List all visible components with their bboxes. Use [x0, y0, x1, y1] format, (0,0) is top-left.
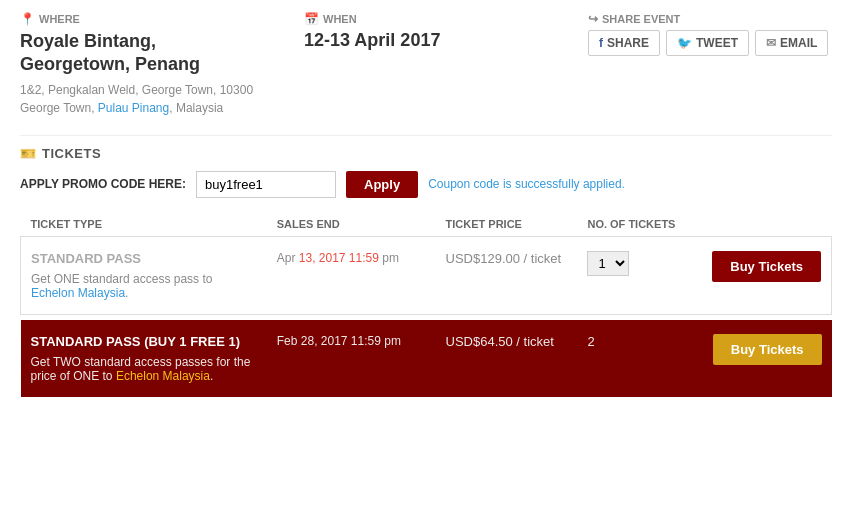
coupon-success-message: Coupon code is successfully applied.	[428, 177, 625, 191]
pin-icon: 📍	[20, 12, 35, 26]
promo-pass-buy-button[interactable]: Buy Tickets	[713, 334, 822, 365]
share-arrow-icon: ↪	[588, 12, 598, 26]
promo-label: APPLY PROMO CODE HERE:	[20, 177, 186, 191]
where-label: 📍 WHERE	[20, 12, 264, 26]
standard-pass-buy-cell: Buy Tickets	[702, 236, 831, 314]
email-share-button[interactable]: ✉ EMAIL	[755, 30, 828, 56]
email-icon: ✉	[766, 36, 776, 50]
facebook-icon: f	[599, 36, 603, 50]
promo-code-input[interactable]	[196, 171, 336, 198]
twitter-icon: 🐦	[677, 36, 692, 50]
promo-pass-buy-cell: Buy Tickets	[702, 320, 831, 397]
col-sales-end: SALES END	[267, 212, 436, 237]
promo-pass-sales-end: Feb 28, 2017 11:59 pm	[277, 334, 426, 348]
standard-pass-date-highlight: 13, 2017 11:59	[299, 251, 379, 265]
divider	[20, 135, 832, 136]
promo-pass-name: STANDARD PASS (BUY 1 FREE 1)	[31, 334, 257, 349]
tickets-table: TICKET TYPE SALES END TICKET PRICE NO. O…	[20, 212, 832, 398]
tickets-header: 🎫 TICKETS	[20, 146, 832, 161]
promo-pass-price-cell: USD$64.50 / ticket	[436, 320, 578, 397]
standard-pass-price-cell: USD$129.00 / ticket	[436, 236, 578, 314]
ticket-icon: 🎫	[20, 146, 36, 161]
standard-pass-buy-button[interactable]: Buy Tickets	[712, 251, 821, 282]
standard-pass-price: USD$129.00 / ticket	[446, 251, 568, 266]
col-no-of-tickets: NO. OF TICKETS	[577, 212, 702, 237]
echelon-link-promo[interactable]: Echelon Malaysia	[116, 369, 210, 383]
standard-pass-sales-end: Apr 13, 2017 11:59 pm	[277, 251, 426, 265]
standard-pass-qty-cell: 1 2 3 4	[577, 236, 702, 314]
table-header: TICKET TYPE SALES END TICKET PRICE NO. O…	[21, 212, 832, 237]
standard-pass-sales-end-cell: Apr 13, 2017 11:59 pm	[267, 236, 436, 314]
standard-pass-type-cell: STANDARD PASS Get ONE standard access pa…	[21, 236, 267, 314]
standard-pass-qty-select[interactable]: 1 2 3 4	[587, 251, 629, 276]
promo-pass-qty: 2	[587, 334, 594, 349]
venue-address: 1&2, Pengkalan Weld, George Town, 10300 …	[20, 81, 264, 117]
share-label: ↪ SHARE EVENT	[588, 12, 832, 26]
promo-pass-sales-end-cell: Feb 28, 2017 11:59 pm	[267, 320, 436, 397]
share-buttons: f SHARE 🐦 TWEET ✉ EMAIL	[588, 30, 832, 56]
promo-pass-description: Get TWO standard access passes for the p…	[31, 355, 257, 383]
apply-promo-button[interactable]: Apply	[346, 171, 418, 198]
standard-pass-name: STANDARD PASS	[31, 251, 257, 266]
standard-pass-description: Get ONE standard access pass to Echelon …	[31, 272, 257, 300]
promo-pass-row: STANDARD PASS (BUY 1 FREE 1) Get TWO sta…	[21, 320, 832, 397]
col-ticket-price: TICKET PRICE	[436, 212, 578, 237]
venue-address-line2: George Town, Pulau Pinang, Malaysia	[20, 99, 264, 117]
venue-name: Royale Bintang, Georgetown, Penang	[20, 30, 264, 77]
page-container: 📍 WHERE Royale Bintang, Georgetown, Pena…	[0, 0, 852, 409]
facebook-share-button[interactable]: f SHARE	[588, 30, 660, 56]
tickets-title: TICKETS	[42, 146, 101, 161]
when-label: 📅 WHEN	[304, 12, 548, 26]
col-ticket-type: TICKET TYPE	[21, 212, 267, 237]
calendar-icon: 📅	[304, 12, 319, 26]
promo-pass-type-cell: STANDARD PASS (BUY 1 FREE 1) Get TWO sta…	[21, 320, 267, 397]
section-share: ↪ SHARE EVENT f SHARE 🐦 TWEET ✉ EMAIL	[588, 12, 832, 117]
promo-row: APPLY PROMO CODE HERE: Apply Coupon code…	[20, 171, 832, 198]
tickets-table-wrapper: TICKET TYPE SALES END TICKET PRICE NO. O…	[20, 212, 832, 398]
section-when: 📅 WHEN 12-13 April 2017	[304, 12, 548, 117]
top-row: 📍 WHERE Royale Bintang, Georgetown, Pena…	[20, 12, 832, 117]
standard-pass-row: STANDARD PASS Get ONE standard access pa…	[21, 236, 832, 314]
promo-pass-price: USD$64.50 / ticket	[446, 334, 568, 349]
event-date: 12-13 April 2017	[304, 30, 548, 51]
section-where: 📍 WHERE Royale Bintang, Georgetown, Pena…	[20, 12, 264, 117]
pulau-link[interactable]: Pulau Pinang	[98, 101, 169, 115]
twitter-share-button[interactable]: 🐦 TWEET	[666, 30, 749, 56]
promo-pass-qty-cell: 2	[577, 320, 702, 397]
echelon-link-standard[interactable]: Echelon Malaysia	[31, 286, 125, 300]
